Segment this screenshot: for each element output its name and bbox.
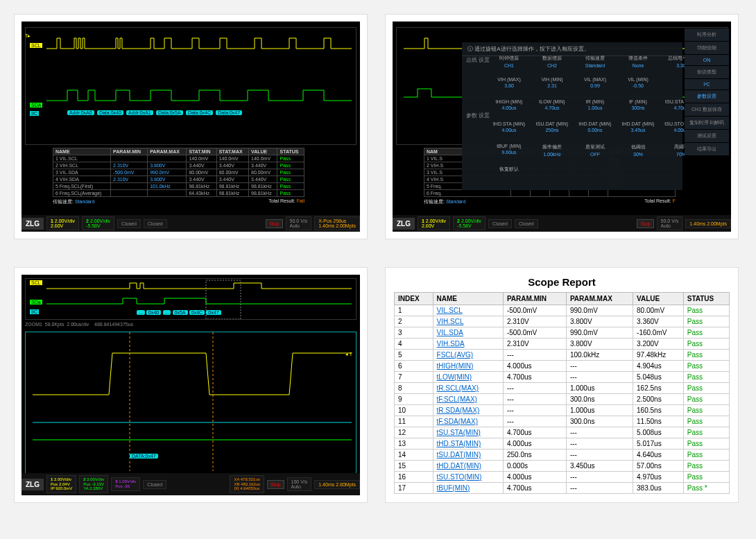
report-row: 8tR.SCL(MAX)---1.000us162.5nsPass bbox=[395, 383, 730, 394]
setting-cell[interactable]: 传输速度Standard bbox=[574, 55, 616, 68]
ch2-scale[interactable]: 2 2.00V/div-5.58V bbox=[453, 216, 486, 230]
report-row: 7tLOW(MIN)4.700us---5.048usPass bbox=[395, 372, 730, 383]
side-tab[interactable]: 功能使能 bbox=[685, 42, 729, 55]
param-link[interactable]: tF.SDA(MAX) bbox=[437, 418, 478, 425]
report-row: 16tSU.STO(MIN)4.000us---4.970usPass bbox=[395, 472, 730, 483]
report-row: 9tF.SCL(MAX)---300.0ns2.500nsPass bbox=[395, 394, 730, 405]
rate-readout: 50.0 V/sAuto bbox=[657, 216, 683, 230]
scope-panel-1: T▸ SCL SDA IIC Addr:0xA0 Data:0x40 Addr:… bbox=[14, 14, 368, 239]
ch2-scale[interactable]: 2 2.00V/div-5.58V bbox=[82, 216, 114, 230]
param-link[interactable]: tR.SDA(MAX) bbox=[437, 407, 480, 414]
setting-cell[interactable]: 恢复默认 bbox=[488, 166, 530, 174]
side-tab[interactable]: 协议类型 bbox=[685, 66, 729, 79]
ch3-closed[interactable]: Closed bbox=[117, 219, 141, 228]
param-link[interactable]: VIL.SDA bbox=[437, 329, 463, 336]
scope-screen-1: T▸ SCL SDA IIC Addr:0xA0 Data:0x40 Addr:… bbox=[22, 22, 360, 232]
data-pill: DATA:0x47 bbox=[130, 454, 158, 459]
ch3-closed[interactable]: Closed bbox=[488, 219, 512, 228]
param-link[interactable]: tF.SCL(MAX) bbox=[437, 395, 477, 403]
speed-value: Standard bbox=[75, 199, 94, 204]
param-link[interactable]: tHIGH(MIN) bbox=[437, 362, 474, 370]
setting-cell[interactable]: 时钟信源CH1 bbox=[488, 55, 530, 68]
ch4-closed[interactable]: Closed bbox=[143, 480, 166, 489]
report-row: 11tF.SDA(MAX)---300.0ns11.50nsPass bbox=[395, 416, 730, 427]
report-row: 1VIL.SCL-500.0mV990.0mV80.00mVPass bbox=[395, 305, 730, 316]
bottom-bar: ZLG 1 2.00V/divPos 2.04VIP 920.0mV 2 2.0… bbox=[22, 473, 360, 495]
report-row: 15tHD.DAT(MIN)0.000s3.450us57.00nsPass bbox=[395, 461, 730, 472]
setting-cell[interactable]: VIH (MIN)2.31 bbox=[531, 77, 573, 88]
setting-cell[interactable]: VIL (MAX)0.99 bbox=[574, 77, 616, 88]
time-readout: 1.40ms 2.80Mpts bbox=[314, 480, 360, 489]
time-readout: X-Pos 258us1.40ms 2.00Mpts bbox=[314, 216, 360, 230]
side-tab[interactable]: ON bbox=[685, 55, 729, 66]
report-row: 14tSU.DAT(MIN)250.0ns---4.640usPass bbox=[395, 450, 730, 461]
total-value: Fail bbox=[297, 198, 304, 203]
waveform-area: T▸ SCL SDA IIC Addr:0xA0 Data:0x40 Addr:… bbox=[25, 27, 356, 145]
setting-cell[interactable]: 数据信源CH2 bbox=[531, 55, 573, 68]
param-link[interactable]: VIH.SCL bbox=[437, 318, 464, 325]
setting-cell[interactable]: tBUF (MIN)9.60us bbox=[488, 144, 530, 155]
side-tab[interactable]: I²C bbox=[685, 79, 729, 90]
param-link[interactable]: tHD.STA(MIN) bbox=[437, 440, 481, 447]
pill: Addr:0xA0 bbox=[67, 110, 94, 115]
setting-cell[interactable]: 质量测试OFF bbox=[574, 144, 616, 157]
ch1-block[interactable]: 1 2.00V/divPos 2.04VIP 920.0mV bbox=[46, 475, 76, 493]
setting-cell[interactable]: tLOW (MIN)4.70us bbox=[531, 99, 573, 110]
pill: Data:0x4C bbox=[186, 110, 213, 115]
report-row: 17tBUF(MIN)4.700us---383.0usPass * bbox=[395, 483, 730, 494]
setting-cell[interactable]: tF (MIN)300ns bbox=[617, 99, 659, 110]
report-row: 10tR.SDA(MAX)---1.000us160.5nsPass bbox=[395, 405, 730, 416]
report-row: 12tSU.STA(MIN)4.700us---5.008usPass bbox=[395, 427, 730, 438]
setting-cell[interactable]: 频率偏差1.00kHz bbox=[531, 144, 573, 157]
ch4-closed[interactable]: Closed bbox=[144, 219, 167, 228]
setting-cell[interactable]: 低阈值30% bbox=[617, 144, 659, 157]
setting-cell[interactable]: VIL (MIN)-0.50 bbox=[617, 77, 659, 88]
param-link[interactable]: tSU.DAT(MIN) bbox=[437, 451, 481, 459]
report-row: 3VIL.SDA-500.0mV990.0mV-160.0mVPass bbox=[395, 327, 730, 339]
param-link[interactable]: tR.SCL(MAX) bbox=[437, 384, 479, 392]
param-link[interactable]: FSCL(AVG) bbox=[437, 351, 474, 359]
ch1-scale[interactable]: 1 2.00V/div2.60V bbox=[46, 216, 79, 230]
stop-button[interactable]: Stop bbox=[266, 219, 282, 228]
report-table: INDEXNAMEPARAM.MINPARAM.MAXVALUESTATUS1V… bbox=[394, 292, 730, 494]
param-link[interactable]: tSU.STO(MIN) bbox=[437, 473, 482, 481]
setting-cell[interactable]: tHIGH (MIN)4.00us bbox=[488, 99, 530, 110]
zlg-logo: ZLG bbox=[22, 218, 44, 230]
side-tab[interactable]: CH1 数据保存 bbox=[685, 103, 729, 117]
ch3-block[interactable]: 3 1.00V/divPos -35 bbox=[111, 477, 140, 490]
setting-cell[interactable]: tHD.DAT (MIN)0.00ns bbox=[574, 121, 616, 132]
setting-cell[interactable]: 筛选条件None bbox=[617, 55, 659, 68]
report-row: 4VIH.SDA2.310V3.800V3.200VPass bbox=[395, 339, 730, 350]
setting-cell[interactable]: tR (MIN)1.00us bbox=[574, 99, 616, 110]
side-tab[interactable]: 结果导出 bbox=[685, 143, 729, 156]
measurement-table: NAMEPARAM.MINPARAM.MAXSTAT.MINSTAT.MAXVA… bbox=[53, 148, 304, 205]
zoom-area: DATA:0x47 ◂ T bbox=[25, 332, 356, 474]
scope-panel-3: SCL SDa IIC ... 0x40 ... 0x5A 0x4C 0x47 … bbox=[14, 267, 368, 503]
ch4-closed[interactable]: Closed bbox=[515, 219, 538, 228]
side-tab[interactable]: 参数设置 bbox=[685, 90, 729, 103]
setting-cell[interactable]: tHD.STA (MIN)4.00us bbox=[488, 121, 530, 132]
side-tab[interactable]: 复制时序 到解码 bbox=[685, 117, 729, 130]
param-link[interactable]: tLOW(MIN) bbox=[437, 373, 472, 381]
stop-button[interactable]: Stop bbox=[637, 219, 653, 228]
param-link[interactable]: VIH.SDA bbox=[437, 340, 465, 348]
param-link[interactable]: tSU.STA(MIN) bbox=[437, 429, 481, 436]
param-link[interactable]: tHD.DAT(MIN) bbox=[437, 462, 481, 470]
stop-button[interactable]: Stop bbox=[267, 480, 284, 489]
decode-pills: ... 0x40 ... 0x5A 0x4C 0x47 bbox=[137, 309, 221, 316]
param-link[interactable]: VIL.SCL bbox=[437, 307, 463, 314]
setting-cell[interactable]: tHD.DAT (MIN)3.45us bbox=[617, 121, 659, 132]
rate-readout: 100 V/sAuto bbox=[287, 477, 312, 491]
zoom-info: ZOOM1 58.0Kpts 2.00us/div 480.841494375u… bbox=[25, 322, 356, 327]
bottom-bar: ZLG 1 2.00V/div2.60V 2 2.00V/div-5.58V C… bbox=[22, 215, 360, 232]
bus-section-label: 总线 设置 bbox=[466, 56, 490, 64]
side-tab[interactable]: 测试设置 bbox=[685, 130, 729, 143]
ch2-block[interactable]: 2 2.00V/divPos -3.13VYA 2.280V bbox=[79, 475, 108, 493]
report-row: 13tHD.STA(MIN)4.000us---5.017usPass bbox=[395, 438, 730, 450]
side-tab[interactable]: 时序分析 bbox=[685, 28, 729, 42]
report-title: Scope Report bbox=[394, 276, 730, 288]
ch1-scale[interactable]: 1 2.00V/div2.60V bbox=[418, 216, 450, 230]
param-link[interactable]: tBUF(MIN) bbox=[437, 484, 470, 492]
setting-cell[interactable]: tSU.DAT (MIN)250ns bbox=[531, 121, 573, 132]
setting-cell[interactable]: VIH (MAX)3.80 bbox=[488, 77, 530, 88]
